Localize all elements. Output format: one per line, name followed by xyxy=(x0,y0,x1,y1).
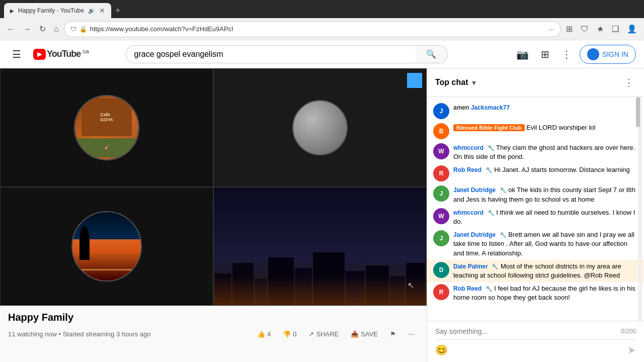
wrench-icon: 🔧 xyxy=(488,210,495,216)
message-content: Dale Palmer 🔧 Most of the school distric… xyxy=(453,262,636,280)
forward-button[interactable]: → xyxy=(20,23,34,36)
video-section: CafeGOYA 🎸 xyxy=(0,68,427,362)
new-tab-button[interactable]: + xyxy=(111,4,125,18)
message-content: whmccord 🔧 They clam the ghost and hacke… xyxy=(453,143,636,161)
list-item: J Janet Dutridge 🔧 ok The kids in this c… xyxy=(427,184,644,206)
youtube-region-label: GB xyxy=(83,49,89,54)
chat-username-badge[interactable]: Blessed Bible Fight Club xyxy=(453,124,525,131)
wrench-icon: 🔧 xyxy=(486,167,493,173)
watching-count: 11 xyxy=(8,330,15,338)
toolbar-right-icons: ⊞ 🛡 ★ ❑ 👤 xyxy=(563,22,640,36)
send-button[interactable]: ➤ xyxy=(627,344,636,356)
active-tab[interactable]: ▶ Happy Family - YouTube 🔊 ✕ xyxy=(4,3,111,18)
star-icon[interactable]: ★ xyxy=(594,22,607,36)
chat-title-area: Top chat ▾ xyxy=(435,78,476,87)
list-item: J Janet Dutridge 🔧 Brett amen we all hav… xyxy=(427,228,644,260)
tab-close-button[interactable]: ✕ xyxy=(99,7,105,15)
list-item: B Blessed Bible Fight Club Evil LORD wor… xyxy=(427,121,644,141)
chat-username[interactable]: Rob Reed xyxy=(453,166,481,173)
address-bar[interactable]: 🛡 🔒 ··· xyxy=(64,21,561,37)
participant-1-image: CafeGOYA 🎸 xyxy=(75,96,138,159)
chat-username[interactable]: whmccord xyxy=(453,144,484,151)
tab-title: Happy Family - YouTube xyxy=(18,7,84,14)
chat-input-wrapper: 0/200 xyxy=(435,327,636,340)
tab-favicon: ▶ xyxy=(10,8,14,14)
create-video-button[interactable]: 📷 xyxy=(512,44,533,64)
chat-dropdown-button[interactable]: ▾ xyxy=(472,78,476,87)
header-more-button[interactable]: ⋮ xyxy=(557,44,576,64)
share-label: SHARE xyxy=(316,330,339,338)
message-content: Rob Reed 🔧 I feel bad for AJ because the… xyxy=(453,284,636,302)
dislike-button[interactable]: 👎 0 xyxy=(279,327,300,341)
extensions-icon[interactable]: 🛡 xyxy=(578,23,592,36)
chat-title: Top chat xyxy=(435,78,468,87)
emoji-button[interactable]: 😊 xyxy=(435,344,448,356)
avatar: J xyxy=(433,186,449,202)
chat-message-input[interactable] xyxy=(435,327,617,335)
search-button[interactable]: 🔍 xyxy=(416,45,448,63)
hamburger-menu-button[interactable]: ☰ xyxy=(8,44,25,64)
video-display: CafeGOYA 🎸 xyxy=(0,68,427,306)
avatar: J xyxy=(433,103,449,119)
chat-input-area: 0/200 😊 ➤ xyxy=(427,321,644,362)
list-item: W whmccord 🔧 They clam the ghost and hac… xyxy=(427,141,644,163)
video-action-button[interactable] xyxy=(407,73,422,88)
youtube-header: ☰ ▶ YouTube GB 🔍 📷 ⊞ ⋮ 👤 SIGN IN xyxy=(0,40,644,68)
chat-username-link[interactable]: Jacksmack77 xyxy=(471,104,510,111)
video-cell-bottomleft xyxy=(0,187,213,306)
tab-bar: ▶ Happy Family - YouTube 🔊 ✕ + xyxy=(0,0,644,18)
more-actions-button[interactable]: ⋯ xyxy=(404,327,419,341)
sign-in-button[interactable]: 👤 SIGN IN xyxy=(580,45,636,64)
flag-button[interactable]: ⚑ xyxy=(386,327,400,341)
message-content: Janet Dutridge 🔧 ok The kids in this cou… xyxy=(453,186,636,204)
search-input[interactable] xyxy=(126,45,416,63)
chat-more-button[interactable]: ⋮ xyxy=(622,74,636,90)
avatar: J xyxy=(433,230,449,246)
message-content: amen Jacksmack77 xyxy=(453,103,636,112)
browser-toolbar: ← → ↻ ⌂ 🛡 🔒 ··· ⊞ 🛡 ★ ❑ 👤 xyxy=(0,18,644,40)
save-button[interactable]: 📥 SAVE xyxy=(347,327,382,341)
wrench-icon: 🔧 xyxy=(500,232,507,238)
emoji-icon: 😊 xyxy=(435,344,448,355)
participant-avatar-3 xyxy=(71,211,142,282)
avatar: D xyxy=(433,262,449,278)
main-content: CafeGOYA 🎸 xyxy=(0,68,644,362)
like-button[interactable]: 👍 4 xyxy=(253,327,275,341)
avatar: R xyxy=(433,165,449,182)
avatar: W xyxy=(433,208,449,224)
youtube-logo-icon: ▶ xyxy=(33,49,46,60)
video-player[interactable]: CafeGOYA 🎸 xyxy=(0,68,427,306)
back-button[interactable]: ← xyxy=(4,23,18,36)
char-count: 0/200 xyxy=(621,328,636,335)
wrench-icon: 🔧 xyxy=(488,145,495,151)
address-input[interactable] xyxy=(90,25,546,33)
participant-3-image xyxy=(72,212,141,281)
chat-panel: Top chat ▾ ⋮ J amen Jacksmack77 xyxy=(427,68,644,362)
bookmarks-icon[interactable]: ⊞ xyxy=(563,22,576,36)
wrench-icon: 🔧 xyxy=(492,263,499,269)
address-more-icon: ··· xyxy=(548,25,554,33)
sidebar-icon[interactable]: ❑ xyxy=(609,22,622,36)
chat-username[interactable]: Dale Palmer xyxy=(453,263,488,270)
send-icon: ➤ xyxy=(627,344,636,355)
wrench-icon: 🔧 xyxy=(486,286,493,292)
video-cell-bottomright: ↖ xyxy=(213,187,427,306)
list-item: W whmccord 🔧 I think we all need to humb… xyxy=(427,206,644,228)
apps-button[interactable]: ⊞ xyxy=(537,44,553,64)
chat-username[interactable]: whmccord xyxy=(453,209,484,216)
chat-username[interactable]: Janet Dutridge xyxy=(453,231,496,238)
video-meta: 11 watching now • Started streaming 3 ho… xyxy=(8,327,419,341)
share-button[interactable]: ↗ SHARE xyxy=(304,327,343,341)
message-content: Janet Dutridge 🔧 Brett amen we all have … xyxy=(453,230,636,258)
home-button[interactable]: ⌂ xyxy=(51,23,62,36)
account-icon[interactable]: 👤 xyxy=(624,22,640,36)
scrollbar-thumb[interactable] xyxy=(636,97,640,127)
chat-username[interactable]: Rob Reed xyxy=(453,285,481,292)
thumbs-up-icon: 👍 xyxy=(257,330,265,338)
avatar: B xyxy=(433,123,449,139)
wrench-icon: 🔧 xyxy=(500,187,507,193)
refresh-button[interactable]: ↻ xyxy=(36,22,49,36)
chat-username[interactable]: Janet Dutridge xyxy=(453,187,496,194)
youtube-logo[interactable]: ▶ YouTube GB xyxy=(33,49,89,60)
chat-header: Top chat ▾ ⋮ xyxy=(427,68,644,97)
